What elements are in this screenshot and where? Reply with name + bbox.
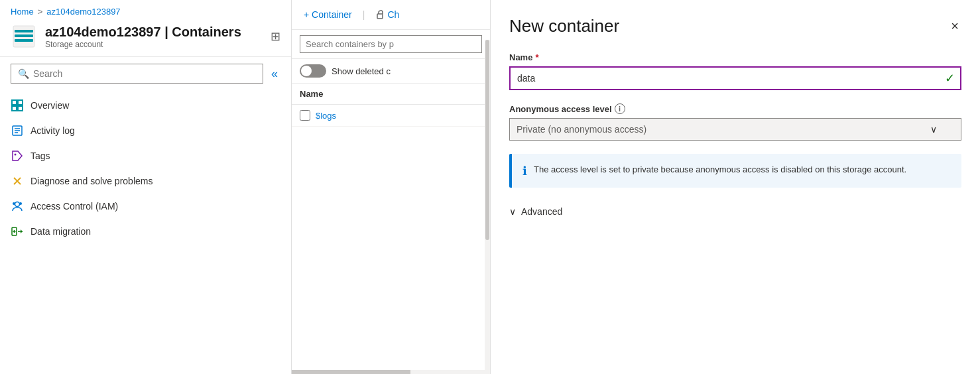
- containers-panel: + Container | Ch Show deleted c Name $lo…: [292, 0, 491, 374]
- iam-icon: [11, 200, 24, 213]
- sidebar-item-tags[interactable]: Tags: [0, 143, 291, 168]
- toolbar-separator: |: [363, 9, 365, 20]
- lock-button[interactable]: Ch: [371, 7, 403, 23]
- svg-rect-4: [12, 100, 17, 105]
- migration-icon: [11, 225, 24, 238]
- search-containers-bar: [292, 30, 490, 59]
- sidebar-item-overview[interactable]: Overview: [0, 93, 291, 118]
- svg-rect-1: [15, 30, 33, 32]
- storage-account-icon: [11, 23, 37, 50]
- breadcrumb: Home > az104demo123897: [0, 0, 291, 21]
- search-icon: 🔍: [18, 68, 29, 79]
- sidebar: Home > az104demo123897 az104demo123897 |…: [0, 0, 292, 374]
- advanced-section[interactable]: ∨ Advanced: [509, 201, 961, 222]
- resource-header: az104demo123897 | Containers Storage acc…: [0, 21, 291, 57]
- svg-point-17: [13, 202, 15, 205]
- access-level-field: Anonymous access level i Private (no ano…: [509, 103, 961, 141]
- svg-point-16: [19, 202, 22, 205]
- breadcrumb-current[interactable]: az104demo123897: [46, 7, 120, 17]
- dropdown-arrow-icon: ∨: [930, 124, 937, 135]
- scrollbar-thumb: [292, 370, 410, 374]
- drawer-header: New container ×: [509, 16, 961, 36]
- info-tooltip-icon: i: [615, 103, 625, 114]
- svg-rect-6: [12, 106, 17, 111]
- container-name-input[interactable]: [509, 66, 961, 90]
- sidebar-item-data-migration[interactable]: Data migration: [0, 219, 291, 244]
- show-deleted-row: Show deleted c: [292, 59, 490, 84]
- vertical-scrollbar[interactable]: [485, 40, 490, 374]
- svg-rect-5: [18, 100, 23, 105]
- search-input-wrap: 🔍: [11, 64, 263, 84]
- containers-toolbar: + Container | Ch: [292, 0, 490, 30]
- search-containers-input[interactable]: [300, 35, 482, 53]
- vertical-scrollbar-thumb: [485, 40, 489, 240]
- lock-label: Ch: [387, 9, 399, 20]
- sidebar-item-iam-label: Access Control (IAM): [31, 201, 118, 212]
- validation-check-icon: ✓: [945, 71, 955, 86]
- resource-subtitle: Storage account: [45, 40, 263, 49]
- pin-icon[interactable]: ⊞: [271, 29, 280, 44]
- info-message-text: The access level is set to private becau…: [534, 163, 906, 176]
- name-field-label: Name *: [509, 52, 961, 62]
- overview-icon: [11, 99, 24, 112]
- svg-marker-21: [21, 229, 23, 233]
- breadcrumb-home[interactable]: Home: [11, 7, 34, 17]
- advanced-chevron-icon: ∨: [509, 206, 516, 217]
- search-bar: 🔍 «: [0, 57, 291, 90]
- page-title: az104demo123897 | Containers: [45, 25, 263, 40]
- drawer-title: New container: [509, 16, 619, 36]
- svg-rect-2: [15, 34, 33, 37]
- sidebar-item-activity-log[interactable]: Activity log: [0, 118, 291, 143]
- activity-log-icon: [11, 124, 24, 137]
- nav-list: Overview Activity log Tags: [0, 90, 291, 374]
- close-button[interactable]: ×: [948, 16, 961, 36]
- svg-rect-22: [377, 14, 383, 19]
- dropdown-display[interactable]: Private (no anonymous access) ∨: [509, 118, 961, 141]
- access-level-label: Anonymous access level i: [509, 103, 961, 114]
- sidebar-item-iam[interactable]: Access Control (IAM): [0, 194, 291, 219]
- row-checkbox[interactable]: [300, 110, 310, 121]
- svg-rect-3: [15, 39, 33, 42]
- info-message-box: ℹ The access level is set to private bec…: [509, 154, 961, 188]
- info-circle-icon: ℹ: [522, 164, 527, 178]
- svg-rect-7: [18, 106, 23, 111]
- add-container-button[interactable]: + Container: [300, 7, 356, 23]
- show-deleted-toggle[interactable]: [300, 64, 326, 78]
- table-name-header: Name: [292, 84, 490, 105]
- sidebar-item-overview-label: Overview: [31, 100, 69, 111]
- sidebar-item-tags-label: Tags: [31, 151, 50, 161]
- search-input[interactable]: [33, 68, 256, 79]
- row-name[interactable]: $logs: [316, 111, 336, 121]
- sidebar-item-activity-log-label: Activity log: [31, 125, 75, 136]
- name-input-wrap: ✓: [509, 66, 961, 90]
- advanced-label: Advanced: [521, 206, 562, 217]
- name-field: Name * ✓: [509, 52, 961, 90]
- collapse-button[interactable]: «: [269, 64, 280, 84]
- required-indicator: *: [535, 52, 538, 62]
- new-container-panel: New container × Name * ✓ Anonymous acces…: [491, 0, 980, 374]
- tags-icon: [11, 149, 24, 162]
- resource-title-block: az104demo123897 | Containers Storage acc…: [45, 25, 263, 49]
- breadcrumb-separator: >: [38, 7, 43, 17]
- horizontal-scrollbar[interactable]: [292, 370, 490, 374]
- diagnose-icon: [11, 174, 24, 188]
- svg-point-12: [15, 154, 17, 156]
- access-level-dropdown[interactable]: Private (no anonymous access) ∨: [509, 118, 961, 141]
- table-row: $logs: [292, 105, 490, 127]
- show-deleted-label: Show deleted c: [332, 66, 391, 76]
- sidebar-item-diagnose-label: Diagnose and solve problems: [31, 176, 153, 186]
- svg-point-15: [15, 202, 20, 207]
- sidebar-item-migration-label: Data migration: [31, 226, 91, 237]
- sidebar-item-diagnose[interactable]: Diagnose and solve problems: [0, 168, 291, 194]
